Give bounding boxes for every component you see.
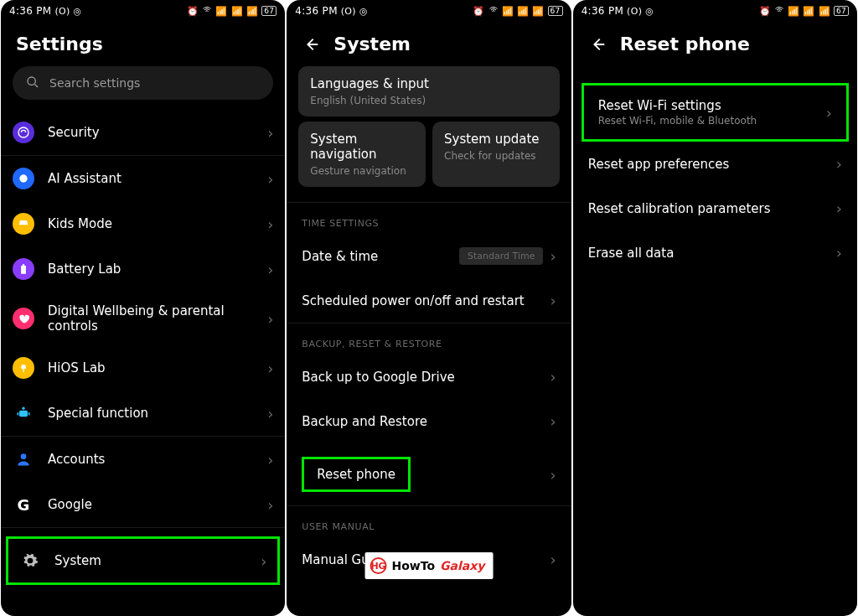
- wifi-icon: [488, 5, 499, 17]
- row-label: System: [54, 553, 247, 568]
- row-label: Date & time: [302, 249, 459, 264]
- row-label: Special function: [48, 406, 254, 421]
- row-date-time[interactable]: Date & time Standard Time ›: [287, 234, 571, 278]
- card-system-navigation[interactable]: System navigation Gesture navigation: [298, 122, 426, 187]
- row-label: Battery Lab: [48, 261, 254, 277]
- alarm-icon: ⏰: [187, 7, 199, 16]
- row-scheduled-power[interactable]: Scheduled power on/off and restart ›: [287, 278, 571, 323]
- date-value: Standard Time: [459, 247, 543, 265]
- card-title: System navigation: [310, 132, 414, 162]
- svg-rect-5: [19, 411, 28, 417]
- row-sublabel: Reset Wi-Fi, mobile & Bluetooth: [598, 115, 819, 127]
- signal-icon: 📶: [215, 7, 227, 16]
- row-label: Reset app preferences: [588, 157, 830, 172]
- settings-row-hios-lab[interactable]: HiOS Lab ›: [1, 345, 285, 391]
- chevron-right-icon: ›: [550, 247, 556, 265]
- chevron-right-icon: ›: [550, 292, 556, 309]
- search-input[interactable]: Search settings: [13, 66, 273, 100]
- system-icon: [19, 550, 41, 572]
- row-label: Scheduled power on/off and restart: [302, 293, 543, 308]
- page-header: Settings: [1, 18, 285, 66]
- settings-row-google[interactable]: G Google ›: [1, 482, 285, 527]
- wifi-icon: [774, 5, 784, 17]
- card-title: System update: [444, 132, 548, 147]
- page-title: System: [333, 34, 411, 54]
- signal-icon: 📶: [246, 7, 258, 16]
- phone-screen-reset: 4:36 PM (O) ◎ ⏰ 📶 📶 📶 67 Reset phone: [573, 0, 857, 616]
- chevron-right-icon: ›: [550, 551, 556, 568]
- row-backup-gdrive[interactable]: Back up to Google Drive ›: [287, 355, 571, 399]
- row-label: Reset calibration parameters: [588, 201, 830, 216]
- row-erase-all-data[interactable]: Erase all data ›: [573, 230, 857, 275]
- section-time-settings: TIME SETTINGS: [287, 203, 571, 234]
- card-system-update[interactable]: System update Check for updates: [432, 122, 560, 187]
- settings-row-special-function[interactable]: Special function ›: [1, 391, 285, 436]
- svg-point-0: [28, 77, 35, 85]
- chevron-right-icon: ›: [267, 170, 273, 188]
- watermark-text-2: Galaxy: [440, 559, 484, 572]
- status-bar: 4:36 PM (O) ◎ ⏰ 📶 📶 📶 67: [573, 0, 857, 18]
- settings-row-kids-mode[interactable]: Kids Mode ›: [1, 201, 285, 246]
- settings-row-security[interactable]: Security ›: [1, 110, 285, 155]
- chevron-right-icon: ›: [267, 405, 273, 422]
- row-label: Back up to Google Drive: [302, 370, 543, 385]
- card-subtitle: Gesture navigation: [310, 165, 414, 177]
- status-time: 4:36 PM: [295, 5, 337, 17]
- svg-point-3: [21, 365, 26, 370]
- chevron-right-icon: ›: [550, 368, 556, 386]
- chevron-right-icon: ›: [267, 360, 273, 377]
- chevron-right-icon: ›: [836, 155, 842, 173]
- page-header: System: [287, 18, 571, 66]
- row-label: Security: [48, 125, 254, 140]
- svg-rect-8: [28, 412, 30, 415]
- chevron-right-icon: ›: [267, 496, 273, 514]
- settings-row-wellbeing[interactable]: Digital Wellbeing & parental controls ›: [1, 292, 285, 345]
- back-button[interactable]: [302, 35, 320, 54]
- settings-row-battery-lab[interactable]: Battery Lab ›: [1, 246, 285, 292]
- three-screens: 4:36 PM (O) ◎ ⏰ 📶 📶 📶 67 Settings: [0, 0, 858, 616]
- signal-icon: 📶: [788, 7, 799, 16]
- row-reset-wifi[interactable]: Reset Wi-Fi settings Reset Wi-Fi, mobile…: [581, 83, 849, 142]
- settings-row-system[interactable]: System ›: [6, 536, 280, 585]
- settings-row-ai-assistant[interactable]: AI Assistant ›: [1, 156, 285, 201]
- svg-point-9: [21, 453, 27, 459]
- chevron-right-icon: ›: [836, 244, 842, 261]
- svg-rect-4: [23, 370, 23, 373]
- page-title: Settings: [16, 34, 103, 54]
- status-dot-icon: (O): [341, 7, 356, 16]
- special-fn-icon: [13, 402, 34, 424]
- chevron-right-icon: ›: [550, 466, 556, 484]
- row-label: Accounts: [48, 452, 254, 467]
- phone-screen-system: 4:36 PM (O) ◎ ⏰ 📶 📶 📶 67 System: [287, 0, 571, 616]
- signal-icon: 📶: [532, 7, 544, 16]
- row-reset-calibration[interactable]: Reset calibration parameters ›: [573, 186, 857, 230]
- settings-row-accounts[interactable]: Accounts ›: [1, 437, 285, 482]
- chevron-right-icon: ›: [836, 199, 842, 217]
- section-user-manual: USER MANUAL: [287, 506, 571, 537]
- status-dot-icon: ◎: [74, 7, 82, 16]
- row-label: Google: [48, 497, 254, 512]
- row-label: AI Assistant: [48, 171, 254, 186]
- status-dot-icon: (O): [627, 7, 642, 16]
- chevron-right-icon: ›: [550, 412, 556, 430]
- status-dot-icon: ◎: [645, 7, 654, 16]
- wifi-icon: [202, 5, 212, 17]
- search-placeholder: Search settings: [49, 76, 140, 90]
- signal-icon: 📶: [502, 7, 514, 16]
- svg-point-1: [18, 127, 28, 137]
- chevron-right-icon: ›: [267, 451, 273, 468]
- row-label: Reset Wi-Fi settings: [598, 98, 819, 113]
- card-subtitle: Check for updates: [444, 150, 548, 162]
- back-button[interactable]: [588, 35, 607, 54]
- card-languages-input[interactable]: Languages & input English (United States…: [298, 66, 559, 116]
- wellbeing-icon: [13, 308, 34, 329]
- row-reset-phone[interactable]: Reset phone ›: [287, 443, 571, 505]
- status-dot-icon: (O): [54, 7, 70, 16]
- row-backup-restore[interactable]: Backup and Restore ›: [287, 399, 571, 443]
- row-label: Digital Wellbeing & parental controls: [48, 303, 254, 334]
- chevron-right-icon: ›: [261, 552, 266, 570]
- signal-icon: 📶: [517, 7, 529, 16]
- row-reset-app-prefs[interactable]: Reset app preferences ›: [573, 142, 857, 186]
- battery-icon: 67: [834, 6, 849, 16]
- card-subtitle: English (United States): [310, 95, 547, 106]
